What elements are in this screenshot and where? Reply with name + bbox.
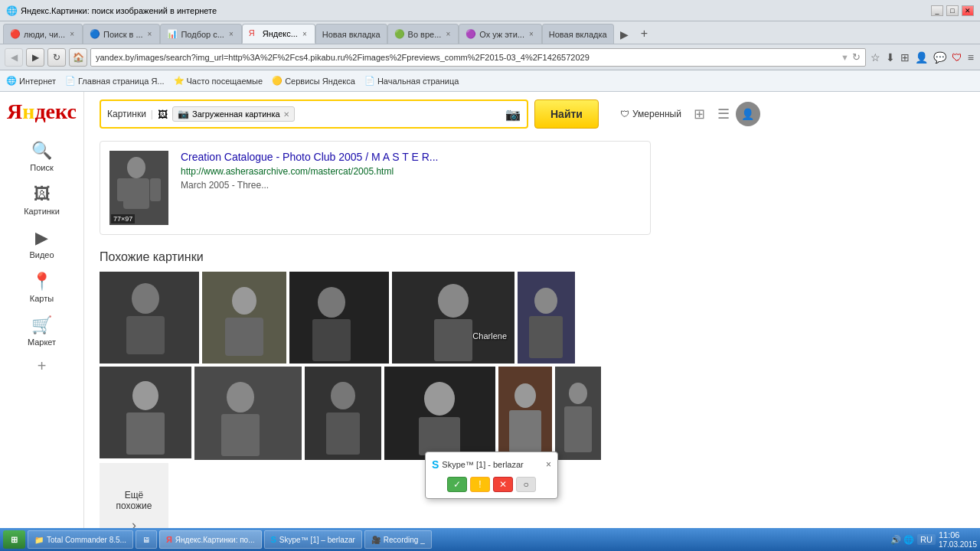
sidebar-add-button[interactable]: + xyxy=(38,357,47,375)
taskbar-item-yandex[interactable]: Я Яндекс.Картинки: по... xyxy=(159,530,262,549)
sync-icon[interactable]: 👤 xyxy=(913,50,929,65)
minimize-button[interactable]: _ xyxy=(931,5,943,16)
search-tab-pill[interactable]: Картинки xyxy=(107,109,146,119)
result-info: Creation Catalogue - Photo Club 2005 / M… xyxy=(181,151,641,225)
language-indicator[interactable]: RU xyxy=(917,534,936,545)
home-button[interactable]: 🏠 xyxy=(69,48,87,67)
similar-image-3[interactable] xyxy=(289,272,389,364)
camera-search-icon[interactable]: 📷 xyxy=(505,107,521,122)
skype-accept-button[interactable]: ✓ xyxy=(447,477,467,492)
list-view-button[interactable]: ☰ xyxy=(717,106,730,122)
similar-image-2[interactable] xyxy=(202,272,286,364)
tab-3[interactable]: Я Яндекс... × xyxy=(242,24,315,44)
video-icon: ▶ xyxy=(35,228,48,248)
similar-image-9[interactable] xyxy=(384,367,495,460)
tab-0[interactable]: 🔴 люди, чи... × xyxy=(3,24,83,44)
similar-image-11[interactable] xyxy=(555,367,601,460)
skype-decline-button[interactable]: ✕ xyxy=(493,477,513,492)
tag-remove-button[interactable]: ✕ xyxy=(283,110,289,119)
more-similar-button[interactable]: Ещёпохожие › xyxy=(100,463,168,528)
window-title: Яндекс.Картинки: поиск изображений в инт… xyxy=(21,6,217,15)
tab-4[interactable]: Новая вкладка xyxy=(315,24,387,44)
svg-point-6 xyxy=(132,283,159,314)
sidebar-item-maps[interactable]: 📍 Карты xyxy=(8,267,77,308)
start-button[interactable]: ⊞ xyxy=(3,530,25,549)
tab-2[interactable]: 📊 Подбор с... × xyxy=(160,24,241,44)
tab-7[interactable]: Новая вкладка xyxy=(542,24,614,44)
bookmark-services[interactable]: 🟡 Сервисы Яндекса xyxy=(272,76,355,86)
bookmark-homepage[interactable]: 📄 Начальная страница xyxy=(364,76,459,86)
tab-3-close[interactable]: × xyxy=(301,30,309,38)
back-button[interactable]: ◀ xyxy=(5,48,23,67)
menu-icon[interactable]: ≡ xyxy=(966,50,975,65)
svg-rect-28 xyxy=(326,412,360,455)
apps-icon[interactable]: ⊞ xyxy=(899,50,911,65)
taskbar-item-unknown[interactable]: 🖥 xyxy=(136,530,157,549)
sidebar-item-search[interactable]: 🔍 Поиск xyxy=(8,136,77,177)
bookmark-internet[interactable]: 🌐 Интернет xyxy=(6,76,56,86)
close-button[interactable]: ✕ xyxy=(962,5,974,16)
search-input[interactable] xyxy=(299,109,501,120)
thumbnail-size: 77×97 xyxy=(111,214,135,223)
grid-view-button[interactable]: ⊞ xyxy=(694,106,705,122)
skype-popup-close-button[interactable]: × xyxy=(546,459,551,470)
result-thumbnail[interactable]: 77×97 xyxy=(109,151,168,225)
skype-other-button[interactable]: ○ xyxy=(516,477,536,492)
bookmark-main[interactable]: 📄 Главная страница Я... xyxy=(65,76,165,86)
taskbar-right: 🔊 🌐 RU 11:06 17.03.2015 xyxy=(890,530,977,549)
svg-point-24 xyxy=(227,382,254,412)
reload-addr-button[interactable]: ↻ xyxy=(852,51,861,63)
bookmark-frequent[interactable]: ⭐ Часто посещаемые xyxy=(174,76,263,86)
tab-0-close[interactable]: × xyxy=(68,30,76,38)
similar-image-10[interactable] xyxy=(498,367,552,460)
browser-icon: 🌐 xyxy=(6,5,18,16)
tab-2-close[interactable]: × xyxy=(227,30,235,38)
similar-image-7[interactable] xyxy=(194,367,302,460)
tab-5-close[interactable]: × xyxy=(444,30,452,38)
yandex-logo[interactable]: Яндекс xyxy=(7,99,77,124)
sidebar-item-market[interactable]: 🛒 Маркет xyxy=(8,311,77,351)
add-tab-button[interactable]: + xyxy=(635,24,654,44)
search-button[interactable]: Найти xyxy=(534,99,599,129)
similar-image-5[interactable] xyxy=(518,272,575,364)
similar-image-8[interactable] xyxy=(305,367,381,460)
bookmark-icon[interactable]: ☆ xyxy=(869,50,882,65)
result-url[interactable]: http://www.asherasarchive.com/mastercat/… xyxy=(181,166,641,177)
tab-6-close[interactable]: × xyxy=(528,30,535,38)
search-tag: 📷 Загруженная картинка ✕ xyxy=(172,106,295,122)
tab-1-close[interactable]: × xyxy=(146,30,154,38)
skype-hold-button[interactable]: ! xyxy=(470,477,490,492)
adblock-icon[interactable]: 🛡 xyxy=(950,50,964,65)
charlene-label: Charlene xyxy=(472,331,507,341)
svg-rect-34 xyxy=(509,410,541,452)
tab-1[interactable]: 🔵 Поиск в ... × xyxy=(83,24,160,44)
svg-point-33 xyxy=(514,383,536,408)
similar-image-1[interactable] xyxy=(100,272,199,364)
skype-popup-header: S Skype™ [1] - berlazar × xyxy=(432,458,551,471)
taskbar-item-commander[interactable]: 📁 Total Commander 8.5... xyxy=(28,530,133,549)
new-tab-button[interactable]: ▶ xyxy=(614,25,635,44)
maximize-button[interactable]: □ xyxy=(946,5,959,16)
address-bar[interactable]: yandex.by/images/search?img_url=http%3A%… xyxy=(90,48,866,67)
ssl-dropdown[interactable]: ▼ xyxy=(841,53,849,62)
taskbar-item-recording[interactable]: 🎥 Recording _ xyxy=(364,530,432,549)
forward-button[interactable]: ▶ xyxy=(26,48,44,67)
moderate-button[interactable]: 🛡 Умеренный xyxy=(620,109,681,119)
sidebar-item-images[interactable]: 🖼 Картинки xyxy=(8,180,77,220)
reload-button[interactable]: ↻ xyxy=(47,48,66,67)
svg-point-15 xyxy=(438,284,469,318)
download-icon[interactable]: ⬇ xyxy=(884,50,897,65)
tab-5[interactable]: 🟢 Во вре... × xyxy=(387,24,459,44)
tab-6[interactable]: 🟣 Ох уж эти... × xyxy=(459,24,542,44)
unknown-icon: 🖥 xyxy=(142,536,150,544)
taskbar-item-skype[interactable]: S Skype™ [1] – berlazar xyxy=(264,530,362,549)
result-title[interactable]: Creation Catalogue - Photo Club 2005 / M… xyxy=(181,151,438,163)
user-avatar[interactable]: 👤 xyxy=(736,102,760,126)
sidebar-item-video[interactable]: ▶ Видео xyxy=(8,223,77,264)
bookmarks-bar: 🌐 Интернет 📄 Главная страница Я... ⭐ Час… xyxy=(0,70,980,92)
window-controls[interactable]: _ □ ✕ xyxy=(931,5,974,16)
similar-image-4[interactable]: Charlene xyxy=(392,272,514,364)
similar-image-6[interactable] xyxy=(100,367,191,458)
nav-bar: ◀ ▶ ↻ 🏠 yandex.by/images/search?img_url=… xyxy=(0,44,980,70)
chat-icon[interactable]: 💬 xyxy=(932,50,948,65)
